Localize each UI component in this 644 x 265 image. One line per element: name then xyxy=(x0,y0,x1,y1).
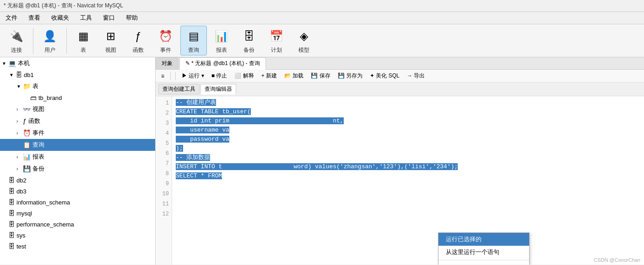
editor-area: 123456789101112 -- 创建用户表CREATE TABLE tb_… xyxy=(156,96,644,265)
tree-label: tb_brand xyxy=(38,94,62,101)
toolbar-item-view[interactable]: ⊞视图 xyxy=(98,26,124,55)
tree-label: 视图 xyxy=(32,105,44,113)
code-line-hl-5: password va xyxy=(176,136,229,143)
tree-item-content: ▼🗄db1 xyxy=(0,70,155,79)
code-line-hl-6: ); xyxy=(176,145,183,152)
toolbar-item-query[interactable]: ▤查询 xyxy=(180,26,207,55)
tree-item-performance_schema[interactable]: 🗄performance_schema xyxy=(0,219,155,230)
tree-item-mysql[interactable]: 🗄mysql xyxy=(0,208,155,219)
toolbar-item-connect[interactable]: 🔌连接 xyxy=(4,26,29,55)
watermark: CSDN @ConorChan xyxy=(594,257,640,263)
tree-label: db3 xyxy=(16,188,27,195)
tree-icon: 🗄 xyxy=(8,243,15,250)
tree-item-db3[interactable]: 🗄db3 xyxy=(0,186,155,197)
sidebar: ▼💻本机▼🗄db1▼📁表🗃tb_brand›👓视图›ƒ函数›⏰事件📋查询›📊报表… xyxy=(0,57,156,265)
action-btn-run[interactable]: ▶ 运行 ▾ xyxy=(179,71,207,81)
tree-item-test[interactable]: 🗄test xyxy=(0,241,155,252)
tree-item-content: 🗄performance_schema xyxy=(0,220,155,229)
event-icon: ⏰ xyxy=(157,27,175,45)
tree-item-content: ›💾备份 xyxy=(0,164,155,174)
toolbar-item-event[interactable]: ⏰事件 xyxy=(153,26,179,55)
ctx-item-从这里运行一个语句[interactable]: 从这里运行一个语句 xyxy=(438,246,529,259)
tree-label: 报表 xyxy=(32,153,44,161)
tree-item-本机[interactable]: ▼💻本机 xyxy=(0,57,155,69)
tree-label: 备份 xyxy=(32,165,44,173)
ctx-item-运行已选择的[interactable]: 运行已选择的 xyxy=(438,233,529,246)
tree-icon: 📋 xyxy=(23,141,31,149)
action-btn-export[interactable]: → 导出 xyxy=(404,71,428,81)
menu-item-查看[interactable]: 查看 xyxy=(27,13,42,23)
action-btn-saveas[interactable]: 💾 另存为 xyxy=(335,71,365,81)
menu-item-收藏夹[interactable]: 收藏夹 xyxy=(49,13,71,23)
toolbar-item-schedule[interactable]: 📅计划 xyxy=(264,26,289,55)
tree-label: information_schema xyxy=(16,199,70,206)
line-num-1: 1 xyxy=(156,98,172,108)
tree-item-查询[interactable]: 📋查询 xyxy=(0,139,155,151)
tree-item-表[interactable]: ▼📁表 xyxy=(0,80,155,92)
sub-tab-查询编辑器[interactable]: 查询编辑器 xyxy=(200,84,236,94)
tree-item-content: 📋查询 xyxy=(0,140,155,150)
action-btn-save[interactable]: 💾 保存 xyxy=(308,71,333,81)
tree-item-tb_brand[interactable]: 🗃tb_brand xyxy=(0,92,155,103)
tree-item-db2[interactable]: 🗄db2 xyxy=(0,175,155,186)
action-btn-new[interactable]: + 新建 xyxy=(259,71,280,81)
ctx-sep-2 xyxy=(438,260,529,260)
tree-label: 表 xyxy=(32,82,38,90)
line-num-11: 11 xyxy=(156,199,172,209)
action-btn-explain[interactable]: ⬜ 解释 xyxy=(232,71,256,81)
tree-item-视图[interactable]: ›👓视图 xyxy=(0,103,155,115)
schedule-label: 计划 xyxy=(271,46,282,54)
tree-icon: 🗄 xyxy=(8,210,15,217)
code-editor[interactable]: 123456789101112 -- 创建用户表CREATE TABLE tb_… xyxy=(156,96,644,265)
function-icon: ƒ xyxy=(129,27,147,45)
toolbar-item-backup[interactable]: 🗄备份 xyxy=(236,26,262,55)
ctx-item-撤销[interactable]: 撤销 xyxy=(438,262,529,265)
tree-arrow: › xyxy=(16,155,23,160)
tree-item-函数[interactable]: ›ƒ函数 xyxy=(0,115,155,127)
menu-item-文件[interactable]: 文件 xyxy=(4,13,19,23)
ctx-item-label: 从这里运行一个语句 xyxy=(446,248,499,256)
tree-item-content: 🗄sys xyxy=(0,231,155,240)
code-content[interactable]: -- 创建用户表CREATE TABLE tb_user( id int pri… xyxy=(172,96,644,265)
tree-item-备份[interactable]: ›💾备份 xyxy=(0,163,155,175)
action-toolbar: ≡▶ 运行 ▾■ 停止⬜ 解释+ 新建📂 加载💾 保存💾 另存为✦ 美化 SQL… xyxy=(156,70,644,83)
toolbar-item-table[interactable]: ▦表 xyxy=(70,26,96,55)
tab-✎-*-无标题-@db1-(本机)---[interactable]: ✎ * 无标题 @db1 (本机) - 查询 xyxy=(179,57,266,70)
toolbar-item-model[interactable]: ◈模型 xyxy=(291,26,317,55)
tree-icon: 📁 xyxy=(23,83,31,90)
context-menu: 运行已选择的从这里运行一个语句撤销重做剪切复制含引号复制▶粘贴全选 xyxy=(438,232,530,265)
sub-tab-查询创建工具[interactable]: 查询创建工具 xyxy=(158,84,200,94)
toolbar-item-report[interactable]: 📊报表 xyxy=(209,26,234,55)
action-btn-menu-icon[interactable]: ≡ xyxy=(158,72,167,80)
code-line-hl-2: CREATE TABLE tb_user( xyxy=(176,108,251,115)
toolbar-item-user[interactable]: 👤用户 xyxy=(37,26,63,55)
tab-对象[interactable]: 对象 xyxy=(156,57,179,69)
toolbar-item-function[interactable]: ƒ函数 xyxy=(125,26,151,55)
tree-item-db1[interactable]: ▼🗄db1 xyxy=(0,69,155,80)
tree-item-报表[interactable]: ›📊报表 xyxy=(0,151,155,163)
user-label: 用户 xyxy=(44,46,55,54)
tree-item-content: 🗄db3 xyxy=(0,187,155,196)
action-btn-load[interactable]: 📂 加载 xyxy=(281,71,306,81)
action-btn-beautify[interactable]: ✦ 美化 SQL xyxy=(367,71,402,81)
menu-item-帮助[interactable]: 帮助 xyxy=(124,13,140,23)
tree-item-事件[interactable]: ›⏰事件 xyxy=(0,127,155,139)
tree-item-sys[interactable]: 🗄sys xyxy=(0,230,155,241)
tree-item-content: ▼💻本机 xyxy=(0,58,155,68)
tree-item-information_schema[interactable]: 🗄information_schema xyxy=(0,197,155,208)
table-icon: ▦ xyxy=(74,27,92,45)
model-label: 模型 xyxy=(298,46,309,54)
table-label: 表 xyxy=(81,46,86,54)
code-line-3: id int prim nt, xyxy=(176,116,640,126)
tree-label: 本机 xyxy=(18,59,30,67)
schedule-icon: 📅 xyxy=(267,27,286,45)
tree-icon: 📊 xyxy=(23,153,31,160)
backup-icon: 🗄 xyxy=(240,27,258,45)
tree-label: 查询 xyxy=(32,141,44,149)
action-btn-stop[interactable]: ■ 停止 xyxy=(209,71,230,81)
tree-item-content: 🗄mysql xyxy=(0,209,155,218)
tree-arrow: › xyxy=(16,131,23,136)
tree-icon: 🗄 xyxy=(16,71,22,78)
menu-item-工具[interactable]: 工具 xyxy=(78,13,94,23)
menu-item-窗口[interactable]: 窗口 xyxy=(101,13,117,23)
